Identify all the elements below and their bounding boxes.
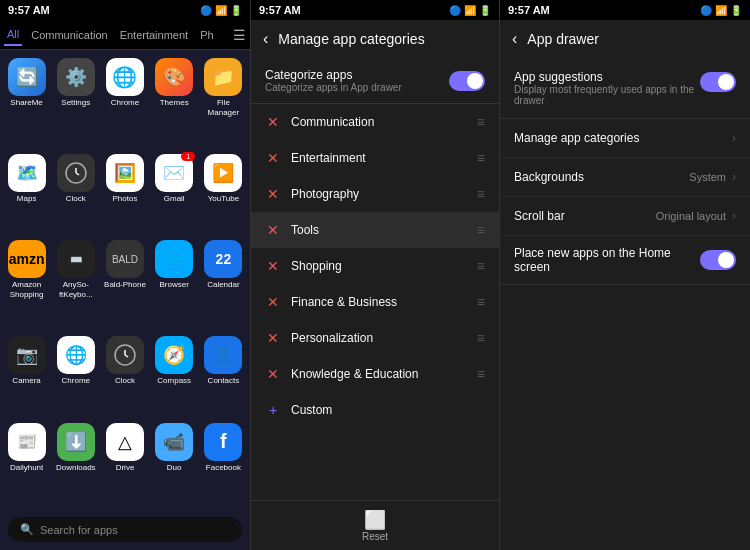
reset-icon[interactable]: ⬜ <box>364 509 386 531</box>
drag-handle-tools[interactable]: ≡ <box>477 222 485 238</box>
app-chrome[interactable]: 🌐 Chrome <box>102 58 147 150</box>
app-clock2[interactable]: Clock <box>102 336 147 418</box>
cat-item-photography[interactable]: ✕ Photography ≡ <box>251 176 499 212</box>
categorize-toggle[interactable] <box>449 71 485 91</box>
tab-ph[interactable]: Ph <box>197 25 216 45</box>
app-shareme[interactable]: 🔄 ShareMe <box>4 58 49 150</box>
cat-x-finance[interactable]: ✕ <box>265 294 281 310</box>
reset-label[interactable]: Reset <box>362 531 388 542</box>
app-amazon[interactable]: amzn Amazon Shopping <box>4 240 49 332</box>
cat-x-education[interactable]: ✕ <box>265 366 281 382</box>
app-clock[interactable]: Clock <box>53 154 98 236</box>
cat-x-shopping[interactable]: ✕ <box>265 258 281 274</box>
drag-handle-finance[interactable]: ≡ <box>477 294 485 310</box>
app-icon-gmail: ✉️ 1 <box>155 154 193 192</box>
drag-handle-entertainment[interactable]: ≡ <box>477 150 485 166</box>
cat-item-tools[interactable]: ✕ Tools ≡ <box>251 212 499 248</box>
drag-handle-photography[interactable]: ≡ <box>477 186 485 202</box>
backgrounds-row[interactable]: Backgrounds System › <box>500 158 750 197</box>
app-icon-chrome2: 🌐 <box>57 336 95 374</box>
app-label-maps: Maps <box>17 194 37 204</box>
app-anysoft[interactable]: ⌨️ AnySo-ftKeybo... <box>53 240 98 332</box>
cat-x-personalization[interactable]: ✕ <box>265 330 281 346</box>
app-label-calendar: Calendar <box>207 280 239 290</box>
panel3-title-bar: ‹ App drawer <box>500 20 750 58</box>
app-maps[interactable]: 🗺️ Maps <box>4 154 49 236</box>
status-bar-2: 9:57 AM 🔵 📶 🔋 <box>251 0 499 20</box>
back-button-2[interactable]: ‹ <box>263 30 268 48</box>
app-icon-contacts: 👤 <box>204 336 242 374</box>
app-camera[interactable]: 📷 Camera <box>4 336 49 418</box>
cat-item-entertainment[interactable]: ✕ Entertainment ≡ <box>251 140 499 176</box>
manage-categories-right: › <box>730 131 736 145</box>
app-filemanager[interactable]: 📁 File Manager <box>201 58 246 150</box>
app-label-bald: Bald-Phone <box>104 280 146 290</box>
scrollbar-row[interactable]: Scroll bar Original layout › <box>500 197 750 236</box>
cat-name-custom: Custom <box>291 403 485 417</box>
status-bar-3: 9:57 AM 🔵 📶 🔋 <box>500 0 750 20</box>
app-settings[interactable]: ⚙️ Settings <box>53 58 98 150</box>
cat-name-photography: Photography <box>291 187 467 201</box>
tab-all[interactable]: All <box>4 24 22 46</box>
cat-x-tools[interactable]: ✕ <box>265 222 281 238</box>
tab-entertainment[interactable]: Entertainment <box>117 25 191 45</box>
app-icon-compass: 🧭 <box>155 336 193 374</box>
app-grid: 🔄 ShareMe ⚙️ Settings 🌐 Chrome 🎨 Themes … <box>0 50 250 513</box>
app-duo[interactable]: 📹 Duo <box>152 423 197 505</box>
app-browser[interactable]: 🌐 Browser <box>152 240 197 332</box>
scrollbar-title: Scroll bar <box>514 209 565 223</box>
cat-x-entertainment[interactable]: ✕ <box>265 150 281 166</box>
app-chrome2[interactable]: 🌐 Chrome <box>53 336 98 418</box>
cat-item-personalization[interactable]: ✕ Personalization ≡ <box>251 320 499 356</box>
app-photos[interactable]: 🖼️ Photos <box>102 154 147 236</box>
manage-categories-title: Manage app categories <box>514 131 639 145</box>
app-dailyhunt[interactable]: 📰 Dailyhunt <box>4 423 49 505</box>
search-placeholder: Search for apps <box>40 524 118 536</box>
app-suggestions-toggle[interactable] <box>700 72 736 92</box>
app-suggestions-text: App suggestions Display most frequently … <box>514 70 700 106</box>
app-compass[interactable]: 🧭 Compass <box>152 336 197 418</box>
place-new-apps-title: Place new apps on the Home screen <box>514 246 700 274</box>
backgrounds-chevron: › <box>732 170 736 184</box>
cat-x-photography[interactable]: ✕ <box>265 186 281 202</box>
app-icon-clock2 <box>106 336 144 374</box>
app-gmail[interactable]: ✉️ 1 Gmail <box>152 154 197 236</box>
category-list: ✕ Communication ≡ ✕ Entertainment ≡ ✕ Ph… <box>251 104 499 500</box>
cat-item-education[interactable]: ✕ Knowledge & Education ≡ <box>251 356 499 392</box>
app-contacts[interactable]: 👤 Contacts <box>201 336 246 418</box>
drag-handle-personalization[interactable]: ≡ <box>477 330 485 346</box>
app-themes[interactable]: 🎨 Themes <box>152 58 197 150</box>
panel3-title: App drawer <box>527 31 599 47</box>
menu-icon[interactable]: ☰ <box>233 27 246 43</box>
panel2-title: Manage app categories <box>278 31 424 47</box>
status-icons-3: 🔵 📶 🔋 <box>700 5 742 16</box>
categorize-sub: Categorize apps in App drawer <box>265 82 402 93</box>
cat-x-communication[interactable]: ✕ <box>265 114 281 130</box>
cat-item-communication[interactable]: ✕ Communication ≡ <box>251 104 499 140</box>
cat-plus-custom[interactable]: + <box>265 402 281 418</box>
app-icon-calendar: 22 <box>204 240 242 278</box>
backgrounds-value: System <box>689 171 726 183</box>
search-bar[interactable]: 🔍 Search for apps <box>8 517 242 542</box>
app-calendar[interactable]: 22 Calendar <box>201 240 246 332</box>
cat-name-shopping: Shopping <box>291 259 467 273</box>
cat-item-custom[interactable]: + Custom <box>251 392 499 428</box>
app-drive[interactable]: △ Drive <box>102 423 147 505</box>
app-label-downloads: Downloads <box>56 463 96 473</box>
place-new-apps-toggle[interactable] <box>700 250 736 270</box>
drag-handle-shopping[interactable]: ≡ <box>477 258 485 274</box>
app-label-dailyhunt: Dailyhunt <box>10 463 43 473</box>
drag-handle-education[interactable]: ≡ <box>477 366 485 382</box>
app-bald[interactable]: BALD Bald-Phone <box>102 240 147 332</box>
app-youtube[interactable]: ▶️ YouTube <box>201 154 246 236</box>
tab-communication[interactable]: Communication <box>28 25 110 45</box>
cat-item-finance[interactable]: ✕ Finance & Business ≡ <box>251 284 499 320</box>
drag-handle-communication[interactable]: ≡ <box>477 114 485 130</box>
app-facebook[interactable]: f Facebook <box>201 423 246 505</box>
manage-categories-row[interactable]: Manage app categories › <box>500 119 750 158</box>
app-icon-shareme: 🔄 <box>8 58 46 96</box>
place-new-apps-text: Place new apps on the Home screen <box>514 246 700 274</box>
app-downloads[interactable]: ⬇️ Downloads <box>53 423 98 505</box>
cat-item-shopping[interactable]: ✕ Shopping ≡ <box>251 248 499 284</box>
back-button-3[interactable]: ‹ <box>512 30 517 48</box>
